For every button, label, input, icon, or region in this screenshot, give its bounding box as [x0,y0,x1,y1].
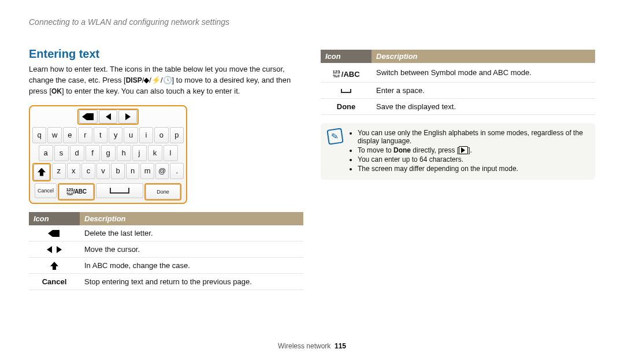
desc-cell: In ABC mode, change the case. [80,257,303,274]
mode-symbol-icon: 123%# [66,188,73,196]
note-list: You can use only the English alphabets i… [348,129,588,174]
key-h: h [117,145,131,161]
table-row: Enter a space. [321,82,595,98]
table-row: 123%#/ABC Switch between Symbol mode and… [321,63,595,82]
left-icon-table: Icon Description Delete the last letter.… [29,212,303,291]
icon-cell [29,225,80,242]
backspace-icon [83,113,94,120]
shift-icon [38,168,46,176]
icon-cell: 123%#/ABC [321,63,372,82]
right-column: Icon Description 123%#/ABC Switch betwee… [321,47,595,290]
ok-label: OK [51,87,62,96]
key-b: b [111,163,125,179]
two-column-layout: Entering text Learn how to enter text. T… [29,47,595,290]
keyboard-nav-group [77,109,139,125]
note-item: You can enter up to 64 characters. [358,155,588,164]
key-r: r [78,127,92,143]
icon-cell: Cancel [29,274,80,290]
table-row: Done Save the displayed text. [321,98,595,114]
desc-cell: Stop entering text and return to the pre… [80,274,303,290]
key-c: c [81,163,95,179]
mode-abc-icon: 123%#/ABC [332,70,359,79]
key-d: d [70,145,84,161]
cursor-left-key [99,110,117,124]
page-footer: Wireless network 115 [0,342,624,350]
icon-cell [321,82,372,98]
key-z: z [52,163,66,179]
key-g: g [101,145,116,161]
key-p: p [170,127,184,143]
shift-highlight [32,163,51,181]
note-item: You can use only the English alphabets i… [358,129,588,145]
triangle-right-icon [57,246,62,253]
icon-cell [29,241,80,257]
key-j: j [132,145,147,161]
key-x: x [67,163,81,179]
spacebar-icon [110,188,129,194]
key-o: o [154,127,168,143]
backspace-icon [49,230,60,237]
cancel-key: Cancel [35,183,57,198]
done-highlight: Done [144,183,181,200]
breadcrumb: Connecting to a WLAN and configuring net… [29,17,595,27]
note-item: To move to Done directly, press []. [358,146,588,155]
right-icon-table: Icon Description 123%#/ABC Switch betwee… [321,50,595,115]
note-item: The screen may differ depending on the i… [358,165,588,173]
done-key: Done [146,184,180,199]
note-icon: ✎ [326,128,343,144]
keyboard-row-2: a s d f g h j k l [32,145,184,161]
key-e: e [63,127,77,143]
keyboard-bottom-row: Cancel 123%#/ABC Done [32,183,184,200]
key-k: k [148,145,162,161]
document-page: Connecting to a WLAN and configuring net… [0,0,624,290]
intro-paragraph: Learn how to enter text. The icons in th… [29,64,303,97]
table-row: Delete the last letter. [29,225,303,242]
shift-key [34,164,50,180]
backspace-key [79,110,98,124]
mode-abc-text: /ABC [73,188,87,195]
keyboard-row-3: z x c v b n m @ . [32,163,184,181]
key-v: v [96,163,110,179]
key-at: @ [155,163,169,179]
table-row: Cancel Stop entering text and return to … [29,274,303,290]
key-m: m [140,163,154,179]
key-q: q [32,127,46,143]
mode-key: 123%#/ABC [59,184,94,199]
desc-cell: Enter a space. [372,82,595,98]
th-desc-right: Description [372,50,595,63]
triangle-left-icon [47,246,52,253]
mode-highlight: 123%#/ABC [58,183,95,200]
space-key [96,183,143,198]
desc-cell: Save the displayed text. [372,98,595,114]
flash-icon: ⚡ [151,75,161,86]
footer-section: Wireless network [278,342,330,350]
triangle-left-icon [106,113,111,120]
intro-text-3: ] to enter the key. You can also touch a… [62,87,240,95]
key-u: u [124,127,138,143]
disp-label: DISP [126,76,142,86]
left-column: Entering text Learn how to enter text. T… [29,47,303,290]
note-box: ✎ You can use only the English alphabets… [321,123,595,180]
th-desc-left: Description [80,212,303,225]
section-title: Entering text [29,47,303,61]
cursor-right-key [118,110,137,124]
table-row: Move the cursor. [29,241,303,257]
desc-cell: Switch between Symbol mode and ABC mode. [372,63,595,82]
icon-cell [29,257,80,274]
key-t: t [94,127,107,143]
keyboard-illustration: q w e r t y u i o p a s d f g h [29,105,187,204]
macro-icon [144,77,150,83]
key-dot: . [170,163,184,179]
page-number: 115 [335,342,346,350]
table-row: In ABC mode, change the case. [29,257,303,274]
key-i: i [139,127,153,143]
key-s: s [54,145,69,161]
th-icon-right: Icon [321,50,372,63]
desc-cell: Move the cursor. [80,241,303,257]
keyboard-nav-row [32,109,184,125]
timer-icon: 🕓 [163,76,172,84]
key-w: w [47,127,61,143]
key-y: y [109,127,122,143]
triangle-right-icon [125,113,131,120]
spacebar-icon [341,89,351,93]
